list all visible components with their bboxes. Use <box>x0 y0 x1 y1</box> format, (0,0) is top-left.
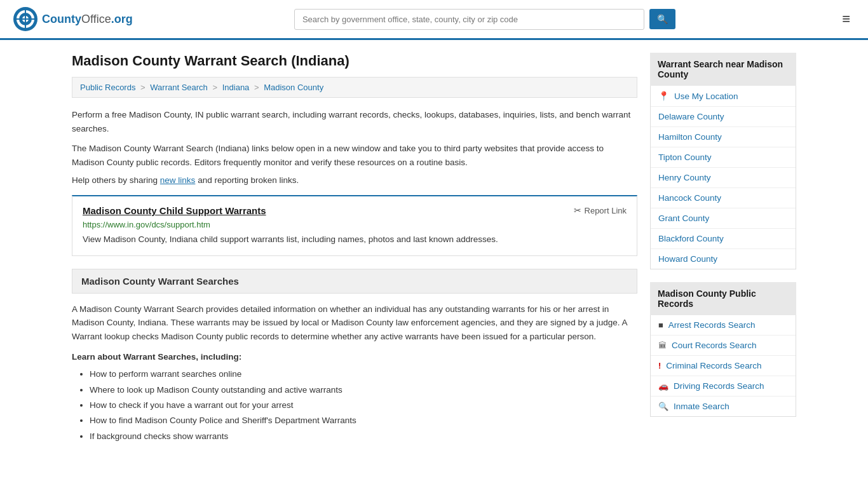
public-records-section: Madison County Public Records ■ Arrest R… <box>650 282 796 417</box>
breadcrumb-indiana[interactable]: Indiana <box>222 83 250 92</box>
sidebar-howard-county[interactable]: Howard County <box>651 249 796 269</box>
public-records-header: Madison County Public Records <box>650 282 796 315</box>
link-card-header: Madison County Child Support Warrants ✂ … <box>83 205 627 216</box>
logo-icon <box>13 6 38 32</box>
sidebar-henry-county[interactable]: Henry County <box>651 168 796 188</box>
main-container: Madison County Warrant Search (Indiana) … <box>59 40 809 457</box>
driving-records-icon: 🚗 <box>658 381 668 391</box>
bullet-1: How to perform warrant searches online <box>90 367 637 382</box>
svg-rect-5 <box>17 18 34 20</box>
bullet-5: If background checks show warrants <box>90 429 637 444</box>
sidebar: Warrant Search near Madison County 📍 Use… <box>650 53 796 444</box>
search-input[interactable] <box>294 9 644 30</box>
arrest-records-item[interactable]: ■ Arrest Records Search <box>651 315 796 336</box>
criminal-records-item[interactable]: ! Criminal Records Search <box>651 356 796 376</box>
public-records-list: ■ Arrest Records Search 🏛 Court Records … <box>650 315 796 417</box>
link-card-title[interactable]: Madison County Child Support Warrants <box>83 205 266 216</box>
learn-header: Learn about Warrant Searches, including: <box>72 352 637 362</box>
logo-area: CountyOffice.org <box>13 6 133 32</box>
intro-paragraph-1: Perform a free Madison County, IN public… <box>72 108 637 135</box>
bullet-2: Where to look up Madison County outstand… <box>90 383 637 398</box>
intro-paragraph-2: The Madison County Warrant Search (India… <box>72 142 637 169</box>
location-pin-icon: 📍 <box>658 91 669 101</box>
sidebar-delaware-county[interactable]: Delaware County <box>651 107 796 127</box>
breadcrumb: Public Records > Warrant Search > Indian… <box>72 77 637 98</box>
link-card-description: View Madison County, Indiana child suppo… <box>83 233 627 246</box>
warrant-searches-body: A Madison County Warrant Search provides… <box>72 302 637 344</box>
sidebar-blackford-county[interactable]: Blackford County <box>651 229 796 249</box>
sidebar-tipton-county[interactable]: Tipton County <box>651 147 796 168</box>
logo-text: CountyOffice.org <box>42 13 133 26</box>
report-link-icon: ✂ <box>574 205 581 215</box>
inmate-search-icon: 🔍 <box>658 402 668 411</box>
page-title: Madison County Warrant Search (Indiana) <box>72 53 637 69</box>
court-records-item[interactable]: 🏛 Court Records Search <box>651 336 796 356</box>
bullet-3: How to check if you have a warrant out f… <box>90 398 637 413</box>
warrant-searches-section: Madison County Warrant Searches A Madiso… <box>72 269 637 444</box>
sidebar-hancock-county[interactable]: Hancock County <box>651 188 796 208</box>
warrant-searches-header: Madison County Warrant Searches <box>72 269 637 294</box>
nearby-list: 📍 Use My Location Delaware County Hamilt… <box>650 86 796 269</box>
use-my-location-item[interactable]: 📍 Use My Location <box>651 86 796 107</box>
search-area: 🔍 <box>294 9 675 30</box>
share-line: Help others by sharing new links and rep… <box>72 175 637 185</box>
nearby-header: Warrant Search near Madison County <box>650 53 796 86</box>
bullet-4: How to find Madison County Police and Sh… <box>90 413 637 428</box>
breadcrumb-public-records[interactable]: Public Records <box>80 83 135 92</box>
report-link-button[interactable]: ✂ Report Link <box>574 205 627 215</box>
bullets-list: How to perform warrant searches online W… <box>72 367 637 444</box>
new-links-link[interactable]: new links <box>160 175 196 185</box>
content-area: Madison County Warrant Search (Indiana) … <box>72 53 637 444</box>
court-records-icon: 🏛 <box>658 341 667 350</box>
arrest-records-icon: ■ <box>658 320 663 330</box>
search-button[interactable]: 🔍 <box>649 9 675 29</box>
sidebar-hamilton-county[interactable]: Hamilton County <box>651 127 796 147</box>
link-card-child-support: Madison County Child Support Warrants ✂ … <box>72 195 637 255</box>
inmate-search-item[interactable]: 🔍 Inmate Search <box>651 396 796 416</box>
link-card-url[interactable]: https://www.in.gov/dcs/support.htm <box>83 220 627 229</box>
menu-button[interactable]: ≡ <box>837 8 855 30</box>
breadcrumb-warrant-search[interactable]: Warrant Search <box>150 83 208 92</box>
sidebar-grant-county[interactable]: Grant County <box>651 208 796 229</box>
site-header: CountyOffice.org 🔍 ≡ <box>0 0 868 40</box>
nearby-section: Warrant Search near Madison County 📍 Use… <box>650 53 796 269</box>
use-my-location-link[interactable]: Use My Location <box>674 92 738 101</box>
criminal-records-icon: ! <box>658 361 661 370</box>
driving-records-item[interactable]: 🚗 Driving Records Search <box>651 376 796 396</box>
breadcrumb-madison-county[interactable]: Madison County <box>264 83 323 92</box>
